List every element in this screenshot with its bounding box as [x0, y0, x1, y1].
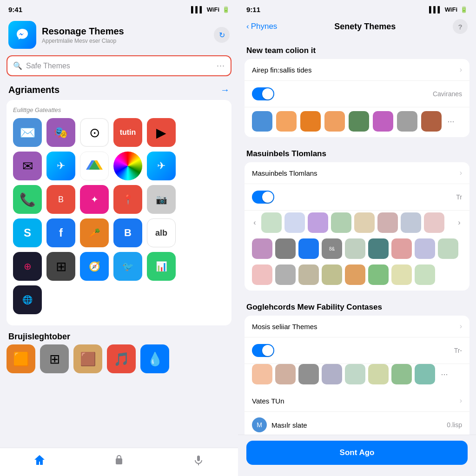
card3-mi2[interactable] — [275, 364, 296, 384]
mini-r5[interactable] — [345, 238, 365, 259]
card3-mi3[interactable] — [298, 364, 319, 384]
mini-g1[interactable] — [261, 212, 282, 233]
mini-s5[interactable] — [345, 264, 365, 285]
card1-toggle[interactable] — [252, 87, 274, 100]
mini-icon-7[interactable] — [397, 111, 417, 132]
bottom-icon-2[interactable]: ⊞ — [40, 344, 69, 373]
maps-icon[interactable]: 📍 — [113, 185, 142, 214]
cam-icon[interactable]: 📷 — [147, 185, 176, 214]
mini-s3[interactable] — [298, 264, 319, 285]
card3-row1[interactable]: Mosis seliiar Themes › — [245, 316, 469, 337]
scroll-more-icon[interactable]: ··· — [445, 111, 456, 132]
facebook-icon[interactable]: f — [46, 218, 75, 247]
messenger2-icon[interactable]: ✈ — [147, 152, 176, 180]
scroll-right-arrow[interactable]: › — [453, 216, 466, 229]
card3-mi7[interactable] — [391, 364, 412, 384]
card3-more[interactable]: ··· — [438, 364, 451, 384]
info-button[interactable]: ? — [453, 19, 468, 34]
mini-g6[interactable] — [377, 212, 398, 233]
mini-g4[interactable] — [331, 212, 351, 233]
mini-r9[interactable] — [438, 238, 458, 259]
mini-icon-1[interactable] — [252, 111, 272, 132]
circle-bw-icon[interactable]: ⊙ — [80, 118, 109, 147]
drive-icon[interactable] — [80, 152, 109, 180]
mini-icon-3[interactable] — [300, 111, 321, 132]
wifi-icon: WiFi — [207, 6, 219, 13]
gradient-circle-icon[interactable] — [113, 152, 142, 180]
mini-icon-6[interactable] — [373, 111, 393, 132]
grid-title: Eulittge Gateattes — [13, 106, 225, 113]
bottom-icon-3[interactable]: 🟫 — [73, 344, 102, 373]
mail2-icon[interactable]: ✉ — [13, 152, 42, 180]
mini-g3[interactable] — [308, 212, 328, 233]
alb-icon[interactable]: alb — [147, 218, 176, 247]
youtube-icon[interactable]: ▶ — [147, 118, 176, 147]
bottom-icon-5[interactable]: 💧 — [140, 344, 169, 373]
mini-s8[interactable] — [415, 264, 435, 285]
messenger-icon[interactable]: ✈ — [46, 152, 75, 180]
card3-chevron: › — [460, 322, 462, 331]
bottom-icon-1[interactable]: 🟧 — [7, 344, 35, 373]
pinkx-icon[interactable]: ✦ — [80, 185, 109, 214]
mail-icon[interactable]: ✉️ — [13, 118, 42, 147]
card3-mi6[interactable] — [368, 364, 389, 384]
twitter-icon[interactable]: 🐦 — [113, 252, 142, 281]
card3-mi4[interactable] — [322, 364, 342, 384]
back-button[interactable]: ‹ Phynes — [246, 22, 277, 31]
card2-icons-row3 — [245, 264, 469, 291]
mini-r2[interactable] — [275, 238, 296, 259]
section-arrow[interactable]: → — [220, 85, 230, 95]
orange-icon[interactable]: 🥕 — [80, 218, 109, 247]
mini-icon-5[interactable] — [349, 111, 369, 132]
nav-bag[interactable] — [112, 454, 126, 467]
mini-s1[interactable] — [252, 264, 272, 285]
mini-s2[interactable] — [275, 264, 296, 285]
card3-mi5[interactable] — [345, 364, 365, 384]
skype-icon[interactable]: S — [13, 218, 42, 247]
card2-icons-row: ‹ › — [245, 211, 469, 238]
masir-label: Masılr slate — [271, 421, 442, 429]
grid2-icon[interactable]: ⊞ — [46, 252, 75, 281]
mktg-icon[interactable]: 📊 — [147, 252, 176, 281]
purple-icon[interactable]: 🎭 — [46, 118, 75, 147]
card2-toggle[interactable] — [252, 191, 274, 204]
mini-s7[interactable] — [391, 264, 412, 285]
mini-r3[interactable] — [298, 238, 319, 259]
card1-icons-scroll: ··· — [245, 107, 469, 137]
bottom-icon-4[interactable]: 🎵 — [107, 344, 136, 373]
card3-mi8[interactable] — [415, 364, 435, 384]
safari-icon[interactable]: 🧭 — [80, 252, 109, 281]
phone-icon[interactable]: 📞 — [13, 185, 42, 214]
mini-r1[interactable] — [252, 238, 272, 259]
mini-g2[interactable] — [284, 212, 305, 233]
tutin-icon[interactable]: tutin — [113, 118, 142, 147]
search-bar[interactable]: 🔍 Safe Themes ··· — [7, 55, 231, 76]
card1-row1[interactable]: Airep fin:sallis tides › — [245, 59, 469, 81]
mini-icon-8[interactable] — [421, 111, 442, 132]
redb-icon[interactable]: B — [46, 185, 75, 214]
card3-toggle[interactable] — [252, 344, 274, 357]
scroll-left-arrow[interactable]: ‹ — [248, 216, 261, 229]
mini-icon-4[interactable] — [324, 111, 345, 132]
mini-g7[interactable] — [401, 212, 421, 233]
mini-r8[interactable] — [415, 238, 435, 259]
vates-row[interactable]: Vates TUn › — [245, 390, 469, 412]
nav-mic[interactable] — [192, 454, 205, 467]
search-more-icon[interactable]: ··· — [217, 61, 225, 71]
mini-r7[interactable] — [391, 238, 412, 259]
mini-g8[interactable] — [424, 212, 444, 233]
app-action-button[interactable]: ↻ — [214, 27, 230, 43]
mini-s4[interactable] — [322, 264, 342, 285]
card2-row1[interactable]: Masuinbels Tlomlans › — [245, 162, 469, 184]
mini-g5[interactable] — [354, 212, 375, 233]
mini-icon-2[interactable] — [276, 111, 297, 132]
mini-r6[interactable] — [368, 238, 389, 259]
card3-mi1[interactable] — [252, 364, 272, 384]
dark-icon[interactable]: ⊕ — [13, 252, 42, 281]
nav-home[interactable] — [33, 454, 46, 467]
mini-r4[interactable]: 8& — [322, 238, 342, 259]
partial-icon-1[interactable]: 🌐 — [13, 285, 42, 314]
main-cta-button[interactable]: Sont Ago — [246, 441, 468, 465]
bold-icon[interactable]: B — [113, 218, 142, 247]
mini-s6[interactable] — [368, 264, 389, 285]
